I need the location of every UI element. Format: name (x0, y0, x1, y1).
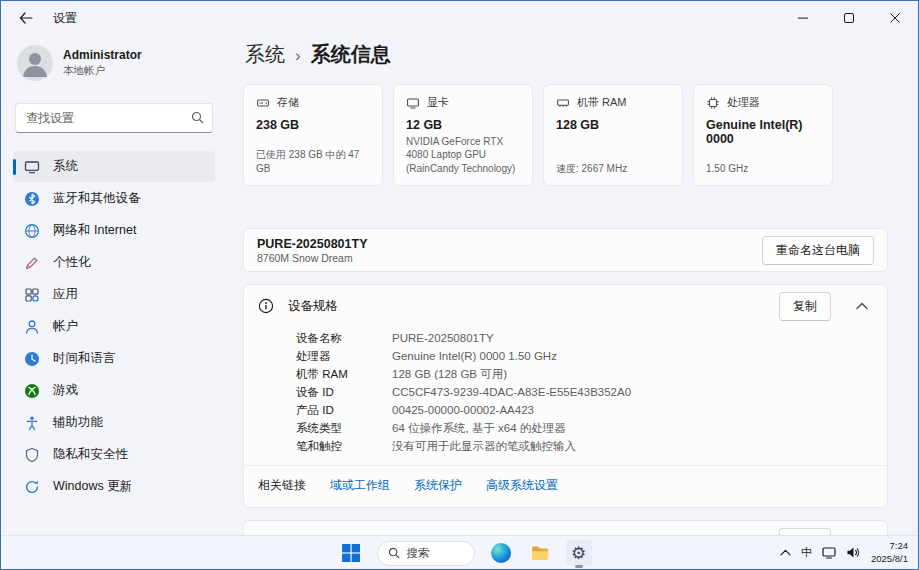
sidebar-item-time-language[interactable]: 时间和语言 (13, 343, 215, 374)
account-icon (23, 318, 40, 335)
clock-icon (23, 350, 40, 367)
tray-chevron-up-button[interactable] (780, 549, 791, 556)
globe-icon (23, 222, 40, 239)
collapse-device-specs-button[interactable] (851, 295, 873, 317)
shield-icon (23, 446, 40, 463)
settings-app-button[interactable]: ⚙ (566, 540, 592, 566)
sidebar-item-gaming[interactable]: 游戏 (13, 375, 215, 406)
spec-value: Genuine Intel(R) 0000 1.50 GHz (392, 347, 557, 365)
apps-grid-icon (23, 286, 40, 303)
sidebar-item-label: 辅助功能 (53, 414, 103, 431)
sidebar-item-privacy-security[interactable]: 隐私和安全性 (13, 439, 215, 470)
edge-browser-button[interactable] (488, 540, 514, 566)
related-links-row: 相关链接 域或工作组 系统保护 高级系统设置 (244, 465, 887, 507)
close-button[interactable] (872, 1, 918, 35)
sidebar-item-label: 时间和语言 (53, 350, 116, 367)
card-value: 128 GB (556, 118, 670, 132)
taskbar-search[interactable]: 搜索 (377, 541, 475, 566)
search-input[interactable] (15, 103, 213, 133)
edge-icon (491, 543, 511, 563)
taskbar: 搜索 ⚙ 中 7:24 2025 (1, 535, 918, 569)
sidebar-item-label: 蓝牙和其他设备 (53, 190, 141, 207)
sidebar-item-bluetooth-devices[interactable]: 蓝牙和其他设备 (13, 183, 215, 214)
spec-value: 64 位操作系统, 基于 x64 的处理器 (392, 419, 566, 437)
window-title: 设置 (53, 10, 77, 27)
ram-icon (556, 96, 570, 110)
rename-pc-button[interactable]: 重命名这台电脑 (762, 236, 874, 265)
spec-label: 系统类型 (296, 419, 392, 437)
breadcrumb-separator: › (295, 44, 301, 66)
sidebar-item-accessibility[interactable]: 辅助功能 (13, 407, 215, 438)
network-button[interactable] (822, 547, 836, 559)
device-specs-title: 设备规格 (288, 298, 338, 315)
card-title: 存储 (277, 95, 299, 110)
chevron-up-icon (856, 302, 868, 310)
spec-label: 设备 ID (296, 383, 392, 401)
card-title: 显卡 (427, 95, 449, 110)
sidebar-item-personalization[interactable]: 个性化 (13, 247, 215, 278)
back-button[interactable] (11, 5, 41, 31)
minimize-button[interactable] (780, 1, 826, 35)
spec-label: 处理器 (296, 347, 392, 365)
search-icon (388, 547, 400, 559)
card-processor[interactable]: 处理器 Genuine Intel(R) 0000 1.50 GHz (693, 84, 833, 186)
gpu-icon (406, 96, 420, 110)
spec-value: PURE-20250801TY (392, 329, 494, 347)
breadcrumb-system[interactable]: 系统 (245, 41, 285, 68)
card-value: Genuine Intel(R) 0000 (706, 118, 820, 146)
ime-indicator[interactable]: 中 (801, 545, 812, 560)
windows-specs-header[interactable]: Windows 规格 复制 (244, 521, 887, 535)
device-specs-header[interactable]: 设备规格 复制 (244, 285, 887, 327)
card-detail: 已使用 238 GB 中的 47 GB (256, 148, 370, 175)
spec-value: CC5CF473-9239-4DAC-A83E-E55E43B352A0 (392, 383, 631, 401)
taskbar-search-label: 搜索 (407, 546, 430, 561)
page-title: 系统信息 (311, 41, 391, 68)
card-storage[interactable]: 存储 238 GB 已使用 238 GB 中的 47 GB (243, 84, 383, 186)
sidebar-nav: 系统 蓝牙和其他设备 网络和 Internet 个性化 应用 (13, 151, 215, 502)
sidebar-item-windows-update[interactable]: Windows 更新 (13, 471, 215, 502)
close-icon (890, 13, 900, 23)
link-system-protection[interactable]: 系统保护 (414, 477, 462, 494)
start-button[interactable] (338, 540, 364, 566)
spec-label: 设备名称 (296, 329, 392, 347)
account-header[interactable]: Administrator 本地帐户 (13, 37, 215, 97)
volume-button[interactable] (846, 546, 861, 559)
sidebar-item-accounts[interactable]: 帐户 (13, 311, 215, 342)
sidebar-item-apps[interactable]: 应用 (13, 279, 215, 310)
maximize-button[interactable] (826, 1, 872, 35)
sidebar-item-system[interactable]: 系统 (13, 151, 215, 182)
summary-cards: 存储 238 GB 已使用 238 GB 中的 47 GB 显卡 12 GB N… (243, 84, 888, 186)
card-gpu[interactable]: 显卡 12 GB NVIDIA GeForce RTX 4080 Laptop … (393, 84, 533, 186)
settings-gear-icon: ⚙ (571, 545, 586, 562)
speaker-icon (846, 546, 861, 559)
storage-icon (256, 96, 270, 110)
spec-row-processor: 处理器 Genuine Intel(R) 0000 1.50 GHz (296, 347, 873, 365)
windows-start-icon (342, 544, 360, 562)
sidebar: Administrator 本地帐户 系统 蓝牙和其他设备 (1, 35, 227, 535)
sidebar-item-label: 游戏 (53, 382, 78, 399)
sidebar-item-label: 帐户 (53, 318, 78, 335)
sidebar-item-network-internet[interactable]: 网络和 Internet (13, 215, 215, 246)
link-advanced-system-settings[interactable]: 高级系统设置 (486, 477, 558, 494)
folder-icon (530, 543, 550, 563)
card-ram[interactable]: 机带 RAM 128 GB 速度: 2667 MHz (543, 84, 683, 186)
update-arrows-icon (23, 478, 40, 495)
titlebar: 设置 (1, 1, 918, 35)
brush-icon (23, 254, 40, 271)
device-name-panel: PURE-20250801TY 8760M Snow Dream 重命名这台电脑 (243, 228, 888, 272)
search-icon (191, 111, 204, 124)
bluetooth-icon (23, 190, 40, 207)
system-icon (23, 158, 40, 175)
device-model: 8760M Snow Dream (257, 252, 367, 264)
copy-device-specs-button[interactable]: 复制 (779, 292, 831, 321)
card-detail: NVIDIA GeForce RTX 4080 Laptop GPU (Rain… (406, 135, 520, 176)
clock[interactable]: 7:24 2025/8/1 (871, 540, 908, 566)
card-value: 12 GB (406, 118, 520, 132)
spec-row-pen-touch: 笔和触控 没有可用于此显示器的笔或触控输入 (296, 437, 873, 455)
copy-windows-specs-button[interactable]: 复制 (779, 528, 831, 536)
file-explorer-button[interactable] (527, 540, 553, 566)
network-icon (822, 547, 836, 559)
link-domain-workgroup[interactable]: 域或工作组 (330, 477, 390, 494)
breadcrumb: 系统 › 系统信息 (245, 41, 888, 68)
card-detail: 1.50 GHz (706, 162, 820, 176)
